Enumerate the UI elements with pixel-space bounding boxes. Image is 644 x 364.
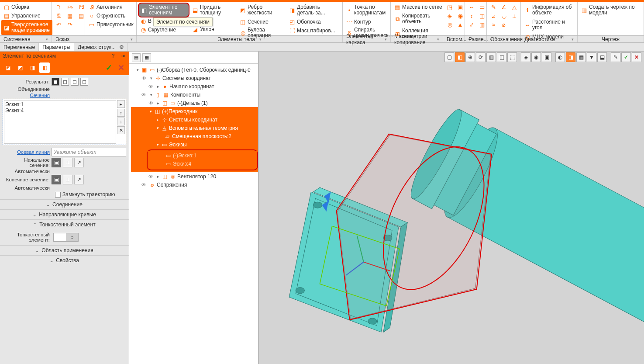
- list-del[interactable]: ✕: [117, 126, 125, 134]
- shell-btn[interactable]: ◰Оболочка: [287, 17, 340, 26]
- copy-obj-btn[interactable]: ⧉Копировать объекты: [392, 11, 444, 26]
- rib-btn[interactable]: ◩Ребро жесткости: [238, 3, 286, 17]
- dist-icon: ↔: [524, 21, 531, 28]
- apply-btn[interactable]: ✓: [103, 62, 114, 73]
- tree-mates[interactable]: 👁⌀Сопряжения: [131, 180, 258, 189]
- tab-params[interactable]: Параметры: [39, 43, 74, 51]
- tab-variables[interactable]: Переменные: [0, 43, 39, 51]
- acc-scope[interactable]: ⌄Область применения: [0, 245, 129, 255]
- rib-icon: ◩: [239, 7, 246, 14]
- new-btn[interactable]: 🗋: [53, 3, 64, 11]
- undo-btn[interactable]: ↶: [53, 20, 64, 29]
- pin-icon[interactable]: ⇥: [119, 52, 126, 59]
- solid-icon: ◪: [3, 24, 10, 31]
- tree-aux[interactable]: ▾◬Вспомогательная геометрия: [131, 124, 258, 132]
- mode-4[interactable]: ◧: [39, 62, 50, 73]
- manage-btn[interactable]: ▤Управление: [1, 11, 52, 20]
- sections-list[interactable]: Эскиз:1 Эскиз:4 ▸ ↑ ↓ ✕: [3, 99, 126, 145]
- grid-icon: ▦: [394, 3, 401, 10]
- help-icon[interactable]: ?: [110, 52, 117, 59]
- aux-icon: ◬: [161, 125, 168, 131]
- open-btn[interactable]: 🗁: [65, 3, 75, 11]
- redo-btn[interactable]: ↷: [65, 20, 75, 29]
- acc-props[interactable]: ⌄Свойства: [0, 255, 129, 265]
- close-traj-chk[interactable]: Замкнуть траекторию: [55, 191, 126, 198]
- list-down[interactable]: ↓: [117, 118, 125, 125]
- tree-sketches[interactable]: ▾▭Эскизы: [131, 140, 258, 149]
- scale-btn[interactable]: ⛶Масштабиров...: [287, 26, 340, 35]
- shell-icon: ◰: [289, 18, 296, 25]
- sketch-icon: ▭: [165, 152, 172, 159]
- rect-icon: ▭: [88, 21, 95, 28]
- section-item[interactable]: Эскиз:4: [5, 107, 115, 114]
- axis-link[interactable]: Осевая линия: [3, 149, 50, 155]
- acc-join[interactable]: ⌄Соединение: [0, 199, 129, 209]
- distance-btn[interactable]: ↔Расстояние и угол: [522, 17, 576, 32]
- tree-components[interactable]: 👁▾▯▦Компоненты: [131, 90, 258, 99]
- 3d-viewport[interactable]: ▢ ◧ ⊕ ⟳ ▥ ◫ ⬚ ◈ ◉ ▣ ◐ ◨ ▦ ▼ ⬓ ✎ ✓ ✕: [258, 52, 644, 364]
- gear-icon[interactable]: ⚙: [119, 44, 124, 50]
- solid-modeling-btn[interactable]: ◪Твердотельное моделирование: [1, 20, 52, 35]
- tree-mode-1[interactable]: ▤: [132, 53, 141, 62]
- round-btn[interactable]: ◔Скругление: [138, 25, 189, 34]
- result-opt3[interactable]: ◻: [71, 78, 79, 86]
- section-btn[interactable]: ◫Сечение: [238, 17, 286, 26]
- part-icon: ◫: [154, 108, 161, 114]
- tree-part[interactable]: 👁▸◫▭(-)Деталь (1): [131, 99, 258, 107]
- info-btn[interactable]: ℹИнформация об объекте: [522, 3, 576, 17]
- model-svg: [258, 52, 644, 364]
- section-item[interactable]: Эскиз:1: [5, 101, 115, 107]
- start-pick[interactable]: ▣: [52, 158, 61, 167]
- point-btn[interactable]: •Точка по координатам: [344, 3, 394, 17]
- thin-toggle[interactable]: ○: [53, 233, 79, 242]
- create-drawing-btn[interactable]: ▥Создать чертеж по модели: [579, 3, 642, 17]
- tree-sketch4[interactable]: ▭Эскиз:4: [148, 159, 257, 168]
- mode-1[interactable]: ◪: [3, 62, 13, 73]
- axes-icon: ⊹: [161, 116, 168, 123]
- sketch-icon: ▭: [161, 141, 168, 148]
- rect-btn[interactable]: ▭Прямоугольник: [86, 20, 135, 29]
- mode-2[interactable]: ◩: [15, 62, 25, 73]
- fillet-icon: ◔: [140, 26, 147, 33]
- bool-icon: ◎: [239, 29, 246, 36]
- tab-tree[interactable]: Дерево: струк...⚙: [74, 43, 128, 51]
- tree-mode-2[interactable]: ▦: [142, 53, 151, 62]
- list-add[interactable]: ▸: [117, 100, 125, 108]
- tree-adapter[interactable]: ▾◫(+)Переходник: [131, 107, 258, 115]
- autoline-btn[interactable]: 𝙎Автолиния: [86, 3, 135, 11]
- tree-cs2[interactable]: ▸⊹Системы координат: [131, 115, 258, 124]
- params-panel: Элемент по сечениям ? ⇥ ◪ ◩ ◨ ◧ ✓ ✕ Резу…: [0, 52, 129, 364]
- tree-plane[interactable]: ▱Смещенная плоскость:2: [131, 132, 258, 140]
- tree-fan[interactable]: 👁▸◫◎Вентилятор 120: [131, 172, 258, 180]
- contour-btn[interactable]: 〰Контур: [344, 17, 394, 26]
- cancel-btn[interactable]: ✕: [116, 62, 126, 73]
- mode-3[interactable]: ◨: [27, 62, 38, 73]
- end-pick[interactable]: ▣: [52, 175, 61, 184]
- print-btn[interactable]: 🖶: [53, 11, 64, 20]
- thicken-btn[interactable]: ⬓Придать толщину: [190, 3, 237, 17]
- result-opt4[interactable]: ◻: [80, 78, 88, 86]
- tree-panel: ▤ ▦ ▾▣▭(-)Сборка (Тел-0, Сборочных едини…: [129, 52, 258, 364]
- circle-btn[interactable]: ○Окружность: [86, 11, 135, 20]
- result-opt2[interactable]: ◻: [61, 78, 69, 86]
- sections-link[interactable]: Сечения: [3, 93, 50, 98]
- result-union[interactable]: ◼: [52, 78, 59, 86]
- svg-point-14: [368, 318, 377, 324]
- list-up[interactable]: ↑: [117, 109, 125, 117]
- tree-origin[interactable]: 👁▸●Начало координат: [131, 82, 258, 90]
- tree-root[interactable]: ▾▣▭(-)Сборка (Тел-0, Сборочных единиц-0: [131, 66, 258, 74]
- acc-guides[interactable]: ⌄Направляющие кривые: [0, 209, 129, 219]
- boolean-btn[interactable]: ◎Булева операция: [238, 26, 286, 39]
- loft-btn[interactable]: ◧Элемент по сечениям: [138, 3, 189, 17]
- draft-btn[interactable]: ◢Уклон: [190, 25, 237, 34]
- grid-array-btn[interactable]: ▦Массив по сетке: [392, 3, 444, 11]
- addpart-btn[interactable]: ◨Добавить деталь-за...: [287, 3, 340, 17]
- assembly-btn[interactable]: ▢Сборка: [1, 3, 52, 11]
- prop-btn[interactable]: ▦: [65, 11, 75, 20]
- plane-icon: ▱: [164, 133, 171, 139]
- tree-sketch1[interactable]: ▭(-)Эскиз:1: [148, 151, 257, 159]
- axis-input[interactable]: Укажите объект: [52, 148, 126, 156]
- tree-cs[interactable]: 👁▾⊹Системы координат: [131, 74, 258, 82]
- part-icon: ◫: [162, 100, 168, 106]
- acc-thin[interactable]: ⌃Тонкостенный элемент: [0, 219, 129, 229]
